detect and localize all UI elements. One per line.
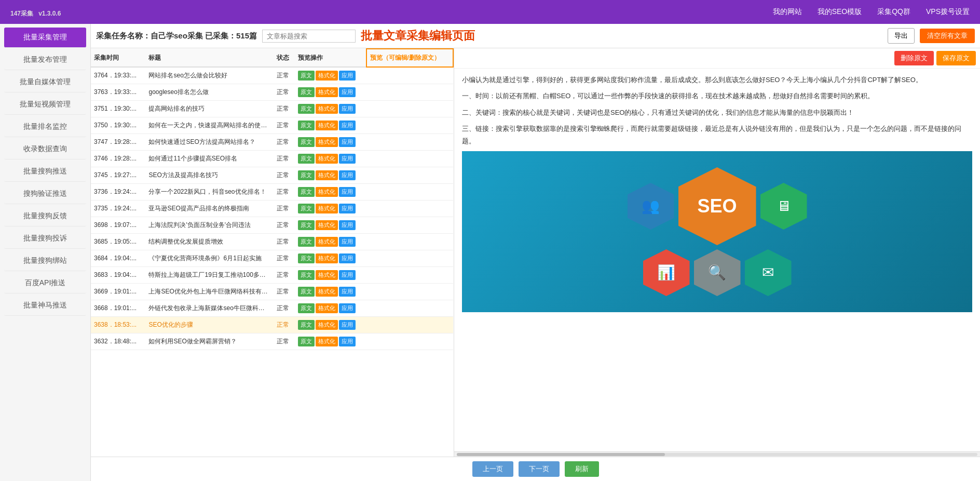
- cell-time: 3668．19:01:...: [91, 300, 145, 317]
- yuanwen-button[interactable]: 原文: [298, 154, 315, 164]
- top-nav-link[interactable]: 采集QQ群: [877, 7, 910, 17]
- cell-title: 如何在一天之内，快速提高网站排名的使用SEO技巧...: [145, 117, 274, 134]
- geshi-button[interactable]: 格式化: [316, 121, 338, 130]
- geshi-button[interactable]: 格式化: [316, 337, 338, 346]
- yuanwen-button[interactable]: 原文: [298, 303, 315, 313]
- sidebar-item[interactable]: 批量神马推送: [4, 296, 86, 316]
- preview-scrollbar[interactable]: [454, 451, 980, 457]
- geshi-button[interactable]: 格式化: [316, 270, 338, 280]
- sidebar-item[interactable]: 批量搜狗反馈: [4, 206, 86, 226]
- geshi-button[interactable]: 格式化: [316, 187, 338, 197]
- geshi-button[interactable]: 格式化: [316, 137, 338, 147]
- cell-status: 正常: [274, 217, 294, 234]
- yingying-button[interactable]: 应用: [339, 237, 356, 247]
- delete-orig-button[interactable]: 删除原文: [894, 51, 934, 65]
- cell-preview: [366, 134, 454, 151]
- yuanwen-button[interactable]: 原文: [298, 137, 315, 147]
- geshi-button[interactable]: 格式化: [316, 303, 338, 313]
- table-row: 3698．19:07:...上海法院判决'负面压制业务'合同违法正常原文格式化应…: [91, 217, 453, 234]
- sidebar-item[interactable]: 批量自媒体管理: [4, 72, 86, 92]
- yuanwen-button[interactable]: 原文: [298, 220, 315, 230]
- cell-status: 正常: [274, 333, 294, 350]
- search-input[interactable]: [262, 30, 356, 43]
- geshi-button[interactable]: 格式化: [316, 220, 338, 230]
- app-version: v1.3.0.6: [38, 10, 61, 17]
- yuanwen-button[interactable]: 原文: [298, 187, 315, 197]
- yuanwen-button[interactable]: 原文: [298, 87, 315, 97]
- geshi-button[interactable]: 格式化: [316, 154, 338, 164]
- sidebar-item[interactable]: 批量采集管理: [4, 28, 86, 48]
- geshi-button[interactable]: 格式化: [316, 170, 338, 180]
- cell-preview: [366, 267, 454, 284]
- top-nav-link[interactable]: VPS拨号设置: [926, 7, 970, 17]
- cell-actions: 原文格式化应用: [295, 84, 366, 101]
- yuanwen-button[interactable]: 原文: [298, 287, 315, 297]
- yingying-button[interactable]: 应用: [339, 137, 356, 147]
- prev-button[interactable]: 上一页: [472, 461, 513, 477]
- sidebar-item[interactable]: 批量搜狗绑站: [4, 251, 86, 271]
- geshi-button[interactable]: 格式化: [316, 71, 338, 81]
- yuanwen-button[interactable]: 原文: [298, 204, 315, 213]
- cell-preview: [366, 167, 454, 184]
- geshi-button[interactable]: 格式化: [316, 320, 338, 330]
- top-nav-link[interactable]: 我的SEO模版: [818, 7, 862, 17]
- yingying-button[interactable]: 应用: [339, 253, 356, 263]
- cell-status: 正常: [274, 151, 294, 167]
- geshi-button[interactable]: 格式化: [316, 204, 338, 213]
- top-nav-link[interactable]: 我的网站: [773, 7, 802, 17]
- yuanwen-button[interactable]: 原文: [298, 253, 315, 263]
- cell-preview: [366, 317, 454, 333]
- sidebar-item[interactable]: 搜狗验证推送: [4, 184, 86, 204]
- export-button[interactable]: 导出: [888, 28, 915, 44]
- geshi-button[interactable]: 格式化: [316, 237, 338, 247]
- cell-preview: [366, 184, 454, 201]
- geshi-button[interactable]: 格式化: [316, 87, 338, 97]
- yingying-button[interactable]: 应用: [339, 121, 356, 130]
- yuanwen-button[interactable]: 原文: [298, 170, 315, 180]
- preview-paragraph: 一、时间：以前还有黑帽、白帽SEO，可以通过一些作弊的手段快速的获得排名，现在技…: [462, 90, 972, 102]
- yingying-button[interactable]: 应用: [339, 104, 356, 114]
- cell-actions: 原文格式化应用: [295, 101, 366, 117]
- yingying-button[interactable]: 应用: [339, 204, 356, 213]
- geshi-button[interactable]: 格式化: [316, 287, 338, 297]
- cell-actions: 原文格式化应用: [295, 67, 366, 84]
- cell-time: 3684．19:04:...: [91, 250, 145, 267]
- yingying-button[interactable]: 应用: [339, 270, 356, 280]
- yuanwen-button[interactable]: 原文: [298, 337, 315, 346]
- sidebar-item[interactable]: 收录数据查询: [4, 139, 86, 159]
- clear-button[interactable]: 清空所有文章: [920, 29, 975, 43]
- refresh-button[interactable]: 刷新: [565, 461, 599, 477]
- yuanwen-button[interactable]: 原文: [298, 71, 315, 81]
- yingying-button[interactable]: 应用: [339, 71, 356, 81]
- yuanwen-button[interactable]: 原文: [298, 121, 315, 130]
- table-body: 3764．19:33:...网站排名seo怎么做会比较好正常原文格式化应用376…: [91, 67, 453, 350]
- yingying-button[interactable]: 应用: [339, 154, 356, 164]
- yingying-button[interactable]: 应用: [339, 287, 356, 297]
- yingying-button[interactable]: 应用: [339, 220, 356, 230]
- cell-status: 正常: [274, 117, 294, 134]
- header-bar: 采集任务名称：自己学seo采集 已采集：515篇 批量文章采集编辑页面 导出 清…: [91, 24, 980, 48]
- yuanwen-button[interactable]: 原文: [298, 104, 315, 114]
- sidebar-item[interactable]: 百度API推送: [4, 273, 86, 293]
- yingying-button[interactable]: 应用: [339, 337, 356, 346]
- yuanwen-button[interactable]: 原文: [298, 237, 315, 247]
- geshi-button[interactable]: 格式化: [316, 253, 338, 263]
- yingying-button[interactable]: 应用: [339, 303, 356, 313]
- yingying-button[interactable]: 应用: [339, 320, 356, 330]
- yuanwen-button[interactable]: 原文: [298, 270, 315, 280]
- task-title: 采集任务名称：自己学seo采集 已采集：515篇: [96, 31, 257, 41]
- sidebar-item[interactable]: 批量排名监控: [4, 117, 86, 137]
- yingying-button[interactable]: 应用: [339, 187, 356, 197]
- sidebar-item[interactable]: 批量短视频管理: [4, 95, 86, 115]
- sidebar-item[interactable]: 批量搜狗投诉: [4, 229, 86, 249]
- save-orig-button[interactable]: 保存原文: [936, 51, 976, 65]
- sidebar-item[interactable]: 批量搜狗推送: [4, 162, 86, 182]
- app-logo: 147采集 v1.3.0.6: [10, 5, 61, 19]
- geshi-button[interactable]: 格式化: [316, 104, 338, 114]
- yingying-button[interactable]: 应用: [339, 87, 356, 97]
- yingying-button[interactable]: 应用: [339, 170, 356, 180]
- next-button[interactable]: 下一页: [519, 461, 560, 477]
- sidebar: 批量采集管理批量发布管理批量自媒体管理批量短视频管理批量排名监控收录数据查询批量…: [0, 24, 91, 481]
- sidebar-item[interactable]: 批量发布管理: [4, 50, 86, 70]
- yuanwen-button[interactable]: 原文: [298, 320, 315, 330]
